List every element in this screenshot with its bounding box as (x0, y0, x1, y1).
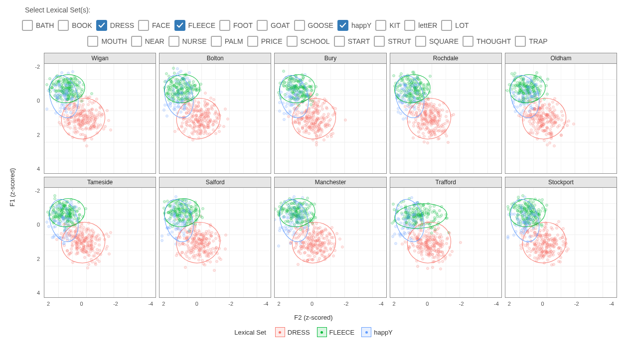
x-tick-labels: 20-2-4 (44, 301, 156, 312)
checkbox-dress[interactable]: DRESS (96, 20, 134, 31)
checkbox-start[interactable]: START (334, 36, 370, 47)
data-point (546, 93, 549, 96)
checkbox-foot[interactable]: FOOT (219, 20, 253, 31)
legend-item-dress: DRESS (275, 327, 310, 337)
data-point (53, 194, 56, 197)
data-point (278, 229, 281, 232)
data-point (545, 204, 548, 207)
checkbox-label: FOOT (233, 21, 253, 29)
checkbox-lot[interactable]: LOT (441, 20, 469, 31)
checkbox-box[interactable] (441, 20, 452, 31)
x-tick: 2 (47, 301, 50, 312)
checkbox-fleece[interactable]: FLEECE (174, 20, 215, 31)
checkbox-box[interactable] (58, 20, 69, 31)
checkbox-box[interactable] (96, 20, 107, 31)
data-point (567, 247, 570, 250)
data-point (218, 256, 221, 259)
checkbox-box[interactable] (515, 36, 526, 47)
data-point (523, 196, 526, 199)
checkbox-price[interactable]: PRICE (247, 36, 283, 47)
checkbox-box[interactable] (219, 20, 230, 31)
checkbox-label: SCHOOL (301, 37, 330, 45)
x-tick: 0 (426, 301, 429, 312)
facet-stockport: Stockport (505, 177, 617, 298)
checkbox-box[interactable] (334, 36, 345, 47)
legend-swatch (275, 327, 285, 337)
checkbox-label: KIT (389, 21, 400, 29)
data-point (449, 253, 452, 256)
data-point (567, 120, 570, 122)
facet-chart: F1 (z-scored) -2024WiganBoltonBuryRochda… (10, 53, 617, 321)
data-point (162, 109, 165, 112)
x-tick: -4 (148, 301, 153, 312)
checkbox-box[interactable] (168, 36, 179, 47)
checkbox-box[interactable] (22, 20, 33, 31)
facet-plot (159, 64, 271, 173)
check-icon (176, 22, 183, 29)
legend-dot (320, 331, 323, 334)
checkbox-thought[interactable]: THOUGHT (463, 36, 511, 47)
checkbox-box[interactable] (375, 20, 386, 31)
data-point (202, 262, 205, 265)
checkbox-box[interactable] (463, 36, 473, 47)
checkbox-trap[interactable]: TRAP (515, 36, 547, 47)
checkbox-palm[interactable]: PALM (211, 36, 243, 47)
data-point (429, 75, 432, 78)
data-point (71, 70, 74, 73)
data-point (404, 241, 407, 243)
data-point (506, 237, 509, 240)
x-tick: 2 (508, 301, 511, 312)
checkbox-box[interactable] (374, 36, 385, 47)
data-point (90, 137, 93, 140)
data-point (560, 133, 563, 136)
data-point (226, 118, 229, 121)
y-tick-labels: -2024 (23, 177, 41, 298)
facet-grid: -2024WiganBoltonBuryRochdaleOldham-2024T… (23, 53, 617, 312)
checkbox-kit[interactable]: KIT (375, 20, 400, 31)
data-point (179, 70, 182, 73)
x-tick: 2 (393, 301, 396, 312)
checkbox-box[interactable] (257, 20, 268, 31)
checkbox-box[interactable] (404, 20, 415, 31)
checkbox-label: BOOK (72, 21, 92, 29)
data-point (572, 122, 575, 125)
checkbox-box[interactable] (87, 36, 98, 47)
data-point (392, 203, 395, 206)
checkbox-box[interactable] (287, 36, 298, 47)
checkbox-near[interactable]: NEAR (131, 36, 164, 47)
checkbox-nurse[interactable]: NURSE (168, 36, 207, 47)
checkbox-letter[interactable]: lettER (404, 20, 437, 31)
checkbox-school[interactable]: SCHOOL (287, 36, 330, 47)
checkbox-face[interactable]: FACE (138, 20, 170, 31)
y-tick: 0 (37, 98, 40, 104)
checkbox-box[interactable] (247, 36, 258, 47)
checkbox-box[interactable] (337, 20, 348, 31)
checkbox-mouth[interactable]: MOUTH (87, 36, 127, 47)
checkbox-box[interactable] (415, 36, 426, 47)
facet-bolton: Bolton (159, 53, 271, 174)
facet-bury: Bury (274, 53, 386, 174)
checkbox-box[interactable] (131, 36, 142, 47)
data-point (423, 140, 426, 143)
checkbox-book[interactable]: BOOK (58, 20, 92, 31)
checkbox-box[interactable] (174, 20, 185, 31)
data-point (90, 92, 93, 95)
data-point (437, 137, 440, 140)
legend-item-happy: happY (361, 327, 393, 337)
checkbox-goat[interactable]: GOAT (257, 20, 290, 31)
checkbox-happy[interactable]: happY (337, 20, 371, 31)
checkbox-bath[interactable]: BATH (22, 20, 54, 31)
checkbox-label: NURSE (182, 37, 207, 45)
data-point (332, 254, 335, 257)
checkbox-goose[interactable]: GOOSE (294, 20, 333, 31)
checkbox-square[interactable]: SQUARE (415, 36, 459, 47)
data-point (174, 195, 177, 198)
x-axis-title: F2 (z-scored) (10, 314, 617, 321)
checkbox-box[interactable] (294, 20, 305, 31)
data-point (47, 225, 50, 228)
data-point (222, 125, 225, 128)
checkbox-box[interactable] (138, 20, 149, 31)
checkbox-box[interactable] (211, 36, 222, 47)
checkbox-strut[interactable]: STRUT (374, 36, 411, 47)
data-point (107, 119, 110, 122)
